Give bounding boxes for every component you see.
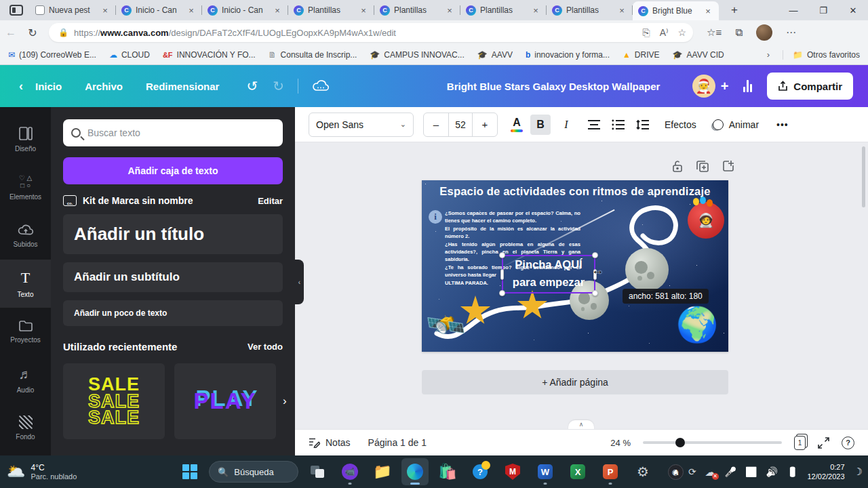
onedrive-error-icon[interactable]: ☁ [705, 466, 716, 479]
clock[interactable]: 0:2712/02/2023 [807, 462, 844, 482]
focus-assist-moon-icon[interactable]: ☽ [854, 466, 863, 478]
invite-plus-icon[interactable]: + [721, 79, 729, 94]
see-all-link[interactable]: Ver todo [248, 342, 283, 352]
bookmark-item[interactable]: 🎓AAVV [477, 50, 513, 60]
astronaut-illustration[interactable]: 🧑‍🚀 [688, 202, 724, 239]
sidebar-item-diseno[interactable]: Diseño [0, 115, 51, 163]
workspace-scrollbar[interactable] [862, 146, 865, 207]
tab-close-icon[interactable]: × [186, 5, 197, 16]
satellite-illustration[interactable]: 🛰️ [425, 307, 467, 344]
powerpoint-app[interactable]: P [597, 458, 624, 485]
bold-button[interactable]: B [530, 115, 551, 135]
recent-style-sale[interactable]: SALESALESALE [63, 363, 165, 439]
tab-close-icon[interactable]: × [530, 5, 541, 16]
get-help-app[interactable]: ? [467, 458, 494, 485]
menu-inicio[interactable]: Inicio [35, 81, 62, 92]
redo-icon[interactable]: ↻ [273, 78, 284, 94]
back-chevron-icon[interactable]: ‹ [19, 79, 23, 94]
browser-tab-active[interactable]: C Bright Blue × [633, 1, 719, 20]
bookmark-item[interactable]: ✉(109) CorreoWeb E... [8, 50, 96, 60]
fullscreen-icon[interactable] [818, 437, 829, 449]
design-title[interactable]: Bright Blue Stars Galaxy Desktop Wallpap… [447, 65, 660, 107]
earth-illustration[interactable]: 🌍 [676, 308, 718, 342]
microsoft-store-app[interactable]: 🛍️ [434, 458, 461, 485]
text-color-button[interactable]: A [509, 117, 525, 132]
bookmark-item[interactable]: binnovacion y forma... [526, 50, 610, 60]
browser-tab[interactable]: C Plantillas × [374, 1, 460, 20]
collections-icon[interactable]: ⧉ [735, 26, 743, 39]
lock-icon[interactable]: 🔒 [58, 28, 68, 37]
back-icon[interactable]: ← [0, 26, 22, 39]
align-center-icon[interactable] [587, 119, 601, 130]
design-heading[interactable]: Espacio de actividades con ritmos de apr… [422, 185, 728, 198]
browser-tab[interactable]: Nueva pest × [30, 1, 116, 20]
sidebar-item-proyectos[interactable]: Proyectos [0, 308, 51, 356]
tab-close-icon[interactable]: × [444, 5, 455, 16]
search-input[interactable] [87, 127, 275, 138]
tiles-next-arrow[interactable]: › [283, 394, 287, 408]
notes-button[interactable]: Notas [309, 437, 351, 448]
weather-widget[interactable]: 🌥️ 4°CParc. nublado [7, 463, 77, 481]
tab-close-icon[interactable]: × [100, 5, 111, 16]
bookmark-item[interactable]: ☁CLOUD [109, 50, 150, 60]
tab-close-icon[interactable]: × [703, 6, 713, 16]
sidebar-item-elementos[interactable]: ♡ △□ ○ Elementos [0, 163, 51, 211]
toolbar-more-icon[interactable]: ••• [776, 119, 789, 130]
tab-close-icon[interactable]: × [358, 5, 369, 16]
font-select[interactable]: Open Sans ⌄ [309, 113, 414, 137]
sidebar-item-fondo[interactable]: Fondo [0, 404, 51, 452]
word-app[interactable]: W [532, 458, 559, 485]
effects-button[interactable]: Efectos [665, 119, 696, 130]
wifi-icon[interactable]: 📶 [745, 466, 757, 477]
url-bar[interactable]: 🔒 https://www.canva.com/design/DAFaT2cXf… [49, 23, 693, 42]
selected-text-box[interactable]: Pincha AQUÍ para empezar [502, 255, 595, 293]
reload-icon[interactable]: ↻ [22, 26, 43, 39]
menu-archivo[interactable]: Archivo [85, 81, 123, 92]
browser-tab[interactable]: C Plantillas × [460, 1, 547, 20]
tray-chevron-icon[interactable]: ∧ [673, 466, 679, 477]
other-favorites[interactable]: 📁Otros favoritos [783, 50, 860, 60]
read-aloud-icon[interactable]: A⁾ [660, 27, 669, 39]
browser-tab[interactable]: C Inicio - Can × [202, 1, 288, 20]
font-size-increase[interactable]: + [473, 113, 497, 136]
browser-profile-avatar[interactable] [756, 24, 772, 41]
panel-collapse-handle[interactable]: ‹ [295, 260, 304, 304]
share-button[interactable]: Compartir [767, 73, 853, 100]
sync-icon[interactable]: ⟳ [688, 466, 696, 477]
tab-close-icon[interactable]: × [272, 5, 283, 16]
line-spacing-icon[interactable] [636, 119, 650, 130]
resize-handle[interactable] [499, 290, 505, 296]
add-textbox-button[interactable]: Añadir caja de texto [63, 157, 283, 184]
bookmark-item[interactable]: 🎓AAVV CID [673, 50, 724, 60]
url-text[interactable]: https://www.canva.com/design/DAFaT2cXfF4… [74, 28, 635, 38]
clipchamp-app[interactable]: 📹 [336, 458, 363, 485]
grid-view-button[interactable]: 1 [794, 436, 806, 450]
task-view-button[interactable] [304, 458, 331, 485]
bookmarks-overflow-icon[interactable]: › [767, 49, 770, 60]
volume-icon[interactable]: 🔊 [766, 466, 778, 477]
mcafee-app[interactable]: M [499, 458, 526, 485]
italic-button[interactable]: I [556, 115, 576, 135]
start-button[interactable] [176, 458, 203, 485]
tab-close-icon[interactable]: × [616, 5, 627, 16]
sidebar-item-audio[interactable]: ♬ Audio [0, 356, 51, 404]
help-button[interactable]: ? [842, 436, 854, 449]
sidebar-item-subidos[interactable]: Subidos [0, 211, 51, 260]
statusbar-collapse-chevron[interactable]: ∧ [568, 420, 594, 430]
zoom-slider[interactable] [643, 441, 782, 444]
bookmark-item[interactable]: 🎓CAMPUS INNOVAC... [370, 50, 464, 60]
add-title-card[interactable]: Añadir un título [63, 214, 283, 254]
sidebar-item-texto[interactable]: T Texto [0, 260, 51, 308]
resize-handle-left[interactable] [500, 269, 504, 280]
insights-chart-icon[interactable] [743, 80, 752, 92]
browser-menu-icon[interactable]: ⋯ [786, 26, 796, 39]
moon-shape[interactable] [625, 248, 669, 291]
close-button[interactable]: ✕ [838, 0, 868, 20]
battery-icon[interactable]: 🔋 [787, 466, 798, 477]
user-avatar[interactable]: 🧑‍🎄 [692, 75, 715, 98]
add-page-button[interactable]: + Añadir página [422, 370, 728, 394]
bookmark-item[interactable]: 🗎Consulta de Inscrip... [269, 50, 357, 60]
browser-tab[interactable]: C Plantillas × [547, 1, 633, 20]
design-page[interactable]: Espacio de actividades con ritmos de apr… [422, 180, 728, 352]
minimize-button[interactable]: — [778, 0, 808, 20]
